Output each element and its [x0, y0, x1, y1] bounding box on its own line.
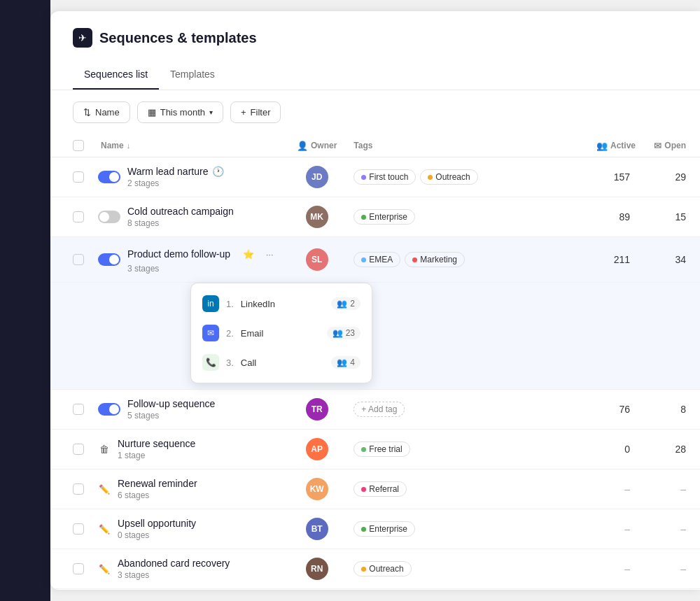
- name-sort-icon: ↓: [127, 141, 131, 150]
- table-body: Warm lead narture🕐2 stagesJDFirst touchO…: [50, 157, 700, 591]
- row-owner-cell: KW: [288, 469, 345, 509]
- row-checkbox-cell: [50, 197, 92, 237]
- stage-item[interactable]: ✉2.Email👥 23: [191, 318, 372, 348]
- row-active-cell: 211: [588, 237, 644, 283]
- tab-templates[interactable]: Templates: [159, 62, 226, 90]
- tag-badge[interactable]: Outreach: [354, 561, 411, 577]
- tags-header-label: Tags: [354, 141, 372, 150]
- stage-item[interactable]: in1.LinkedIn👥 2: [191, 289, 372, 318]
- more-options-icon[interactable]: ···: [261, 246, 278, 262]
- add-tag-button[interactable]: + Add tag: [354, 402, 405, 417]
- sort-name-label: Name: [95, 107, 120, 118]
- stage-count: 👥 4: [331, 356, 360, 369]
- sequence-toggle[interactable]: [98, 253, 120, 266]
- filter-button[interactable]: + Filter: [230, 101, 281, 123]
- row-checkbox-cell: [50, 430, 92, 469]
- sequence-toggle[interactable]: [98, 211, 120, 223]
- tag-badge[interactable]: Free trial: [354, 441, 410, 457]
- stage-item[interactable]: 📞3.Call👥 4: [191, 348, 372, 377]
- tag-badge[interactable]: EMEA: [354, 252, 400, 267]
- stage-label: LinkedIn: [241, 299, 275, 309]
- active-header-icon: 👥: [596, 141, 608, 151]
- tag-label: Outreach: [369, 564, 403, 574]
- sidebar: [0, 0, 50, 601]
- owner-header-label: Owner: [311, 141, 337, 150]
- sequence-name[interactable]: Abandoned card recovery: [118, 558, 230, 569]
- row-tags-cell: Enterprise: [345, 509, 588, 549]
- row-checkbox-cell: [50, 509, 92, 549]
- sequence-toggle[interactable]: [98, 171, 120, 183]
- open-header-label: Open: [664, 141, 686, 150]
- star-icon[interactable]: ⭐: [240, 246, 257, 262]
- tag-badge[interactable]: Enterprise: [354, 521, 415, 537]
- header-tags-col: Tags: [345, 134, 588, 157]
- row-tags-cell: First touchOutreach: [345, 157, 588, 197]
- sequence-name[interactable]: Renewal reminder: [118, 478, 197, 489]
- row-checkbox-cell: [50, 549, 92, 589]
- row-name-cell: ✏️Re-engagement campaign4 stages: [92, 589, 288, 591]
- sequence-name[interactable]: Cold outreach campaign: [127, 206, 234, 217]
- table-row: Product demo follow-up⭐···3 stagesSLEMEA…: [50, 237, 700, 283]
- row-owner-cell: MK: [288, 197, 345, 237]
- pencil-icon[interactable]: ✏️: [98, 523, 111, 535]
- row-open-cell: 8: [644, 390, 700, 430]
- tag-badge[interactable]: Outreach: [420, 169, 477, 185]
- tag-badge[interactable]: First touch: [354, 169, 416, 185]
- pencil-icon[interactable]: ✏️: [98, 483, 111, 495]
- row-active-cell: –: [588, 589, 644, 591]
- row-checkbox[interactable]: [73, 444, 84, 455]
- stages-dropdown: in1.LinkedIn👥 2✉2.Email👥 23📞3.Call👥 4: [190, 283, 372, 383]
- email-stage-icon: ✉: [202, 325, 219, 341]
- sequence-toggle[interactable]: [98, 403, 120, 416]
- sequences-table-container: Name ↓ 👤 Owner Tags: [50, 134, 700, 590]
- pencil-icon[interactable]: ✏️: [98, 563, 111, 575]
- row-owner-cell: JD: [288, 157, 345, 197]
- stages-count: 0 stages: [118, 530, 196, 540]
- row-tags-cell: Marketing: [345, 589, 588, 591]
- row-checkbox[interactable]: [73, 523, 84, 535]
- row-checkbox[interactable]: [73, 563, 84, 574]
- sequence-name[interactable]: Follow-up sequence: [127, 398, 215, 409]
- row-checkbox[interactable]: [73, 404, 84, 415]
- stage-count: 👥 2: [331, 297, 360, 310]
- sequence-name[interactable]: Warm lead narture: [127, 166, 208, 177]
- page-header: ✈ Sequences & templates Sequences list T…: [50, 11, 700, 90]
- row-name-cell: ✏️Abandoned card recovery3 stages: [92, 549, 288, 589]
- tag-label: First touch: [369, 172, 408, 182]
- row-owner-cell: BT: [288, 509, 345, 549]
- date-filter-button[interactable]: ▦ This month ▾: [137, 101, 223, 123]
- tag-badge[interactable]: Referral: [354, 481, 407, 497]
- tab-sequences[interactable]: Sequences list: [73, 62, 159, 90]
- select-all-checkbox[interactable]: [73, 140, 84, 151]
- row-checkbox-cell: [50, 589, 92, 591]
- row-tags-cell: EMEAMarketing: [345, 237, 588, 283]
- stages-count: 6 stages: [118, 490, 197, 500]
- row-owner-cell: RN: [288, 549, 345, 589]
- stages-count: 5 stages: [127, 411, 215, 420]
- sort-name-button[interactable]: ⇅ Name: [73, 101, 130, 123]
- tag-label: Outreach: [435, 172, 470, 182]
- row-tags-cell: + Add tag: [345, 390, 588, 430]
- sequence-name[interactable]: Nurture sequence: [118, 438, 195, 449]
- avatar: TR: [306, 398, 328, 420]
- row-checkbox[interactable]: [73, 211, 84, 222]
- table-row: 🗑Nurture sequence1 stageAPFree trial028: [50, 430, 700, 469]
- sequence-name[interactable]: Product demo follow-up: [127, 248, 230, 260]
- table-row: Warm lead narture🕐2 stagesJDFirst touchO…: [50, 157, 700, 197]
- row-checkbox[interactable]: [73, 254, 84, 265]
- stage-number: 2.: [226, 328, 234, 339]
- plus-icon: +: [241, 107, 246, 118]
- stages-count: 2 stages: [127, 178, 224, 188]
- row-checkbox[interactable]: [73, 483, 84, 495]
- tag-label: Referral: [369, 484, 399, 494]
- sequence-name[interactable]: Upsell opportunity: [118, 518, 196, 529]
- row-checkbox-cell: [50, 390, 92, 430]
- tag-badge[interactable]: Enterprise: [354, 209, 415, 225]
- tag-badge[interactable]: Marketing: [405, 252, 465, 267]
- trash-icon[interactable]: 🗑: [98, 443, 111, 455]
- sequences-table: Name ↓ 👤 Owner Tags: [50, 134, 700, 590]
- send-icon: ✈: [73, 28, 92, 48]
- avatar: MK: [306, 206, 328, 228]
- table-row: Follow-up sequence5 stagesTR+ Add tag768: [50, 390, 700, 430]
- row-checkbox[interactable]: [73, 171, 84, 183]
